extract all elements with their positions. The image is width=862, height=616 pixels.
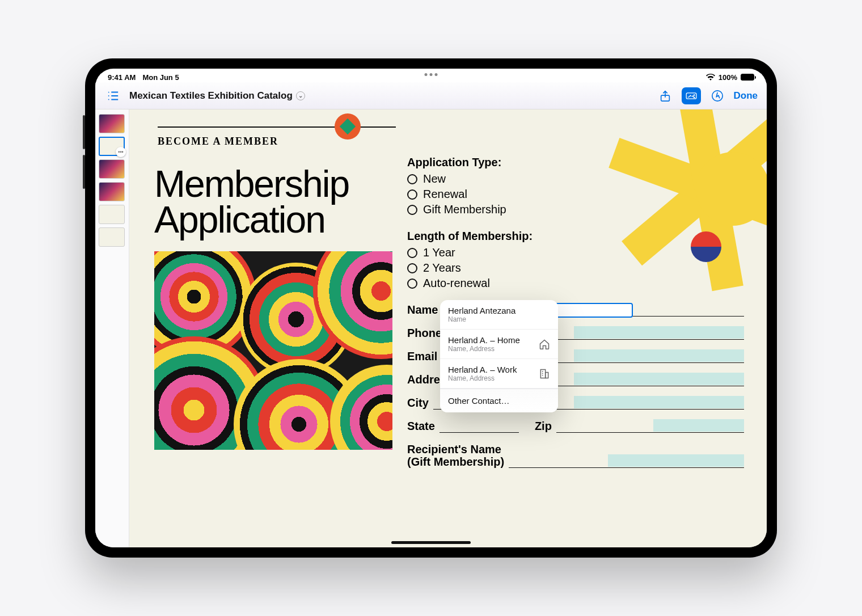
page-title: Membership Application xyxy=(154,166,349,237)
radio-renewal[interactable]: Renewal xyxy=(407,188,744,201)
radio-1year[interactable]: 1 Year xyxy=(407,246,744,259)
wifi-icon xyxy=(706,74,715,81)
length-heading: Length of Membership: xyxy=(407,230,744,243)
svg-point-10 xyxy=(694,97,694,98)
svg-rect-13 xyxy=(546,372,548,378)
ipad-device-frame: 9:41 AM Mon Jun 5 100% Mexican Textiles … xyxy=(85,58,777,558)
svg-rect-12 xyxy=(540,369,545,378)
multitask-dots[interactable] xyxy=(425,73,438,76)
thumbnail-page-5[interactable] xyxy=(99,205,125,224)
share-icon[interactable] xyxy=(657,87,674,104)
svg-point-4 xyxy=(108,99,109,100)
svg-point-0 xyxy=(108,91,109,92)
textile-artwork xyxy=(154,251,392,450)
building-icon xyxy=(539,368,550,379)
autofill-button[interactable] xyxy=(682,87,701,104)
diamond-ornament-icon xyxy=(335,113,361,140)
home-indicator[interactable] xyxy=(391,541,471,544)
markup-icon[interactable] xyxy=(709,87,726,104)
chevron-down-icon: ⌄ xyxy=(296,91,305,100)
status-bar: 9:41 AM Mon Jun 5 100% xyxy=(95,69,767,82)
home-icon xyxy=(539,339,550,350)
autofill-item-home[interactable]: Herland A. – HomeName, Address xyxy=(440,330,558,359)
autofill-item-name[interactable]: Herland AntezanaName xyxy=(440,300,558,330)
autofill-other-contact[interactable]: Other Contact… xyxy=(440,389,558,412)
recipient-field[interactable]: Recipient's Name (Gift Membership) xyxy=(407,443,744,468)
thumbnail-page-4[interactable] xyxy=(99,182,125,201)
status-time: 9:41 AM xyxy=(108,73,136,82)
page-thumbnails: ••• xyxy=(95,109,129,547)
application-type-heading: Application Type: xyxy=(407,156,744,169)
thumbnail-page-6[interactable] xyxy=(99,227,125,247)
svg-point-2 xyxy=(108,95,109,96)
radio-new[interactable]: New xyxy=(407,172,744,185)
thumbnail-page-3[interactable] xyxy=(99,159,125,179)
document-page: BECOME A MEMBER Membership Application A… xyxy=(129,109,767,547)
svg-point-9 xyxy=(692,96,693,96)
autofill-item-work[interactable]: Herland A. – WorkName, Address xyxy=(440,359,558,389)
autofill-popover: Herland AntezanaName Herland A. – HomeNa… xyxy=(440,300,558,412)
done-button[interactable]: Done xyxy=(734,90,758,102)
radio-auto[interactable]: Auto-renewal xyxy=(407,277,744,290)
battery-percent: 100% xyxy=(719,73,737,82)
battery-icon xyxy=(741,74,754,81)
comment-badge-icon: ••• xyxy=(116,147,126,157)
sidebar-toggle-icon[interactable] xyxy=(104,87,121,104)
radio-gift[interactable]: Gift Membership xyxy=(407,203,744,216)
radio-2years[interactable]: 2 Years xyxy=(407,261,744,275)
status-date: Mon Jun 5 xyxy=(142,73,179,82)
thumbnail-page-1[interactable] xyxy=(99,114,125,133)
state-zip-field[interactable]: State Zip xyxy=(407,420,744,433)
toolbar: Mexican Textiles Exhibition Catalog ⌄ Do… xyxy=(95,82,767,109)
thumbnail-page-2[interactable]: ••• xyxy=(99,137,125,156)
eyebrow-text: BECOME A MEMBER xyxy=(158,136,396,147)
document-title[interactable]: Mexican Textiles Exhibition Catalog ⌄ xyxy=(129,90,305,102)
svg-point-8 xyxy=(694,94,694,95)
screen: 9:41 AM Mon Jun 5 100% Mexican Textiles … xyxy=(95,69,767,547)
